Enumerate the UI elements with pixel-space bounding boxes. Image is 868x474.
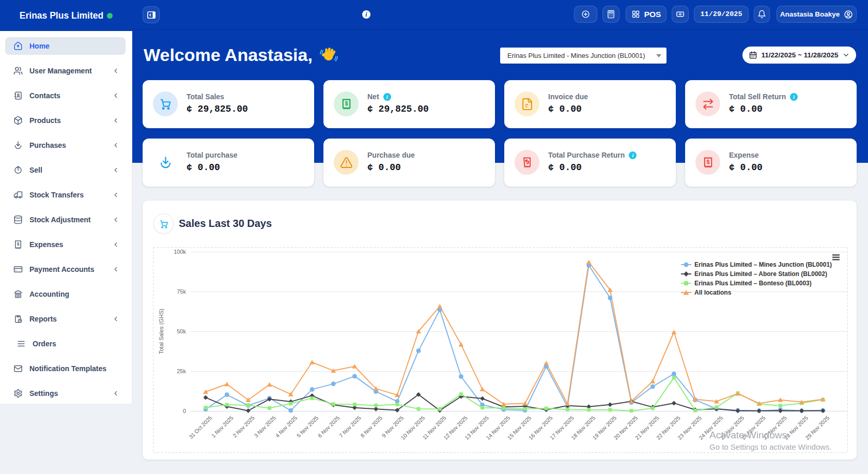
svg-text:5 Nov 2025: 5 Nov 2025 — [296, 415, 320, 439]
svg-text:4 Nov 2025: 4 Nov 2025 — [274, 415, 298, 439]
svg-text:100k: 100k — [174, 249, 186, 255]
svg-text:3 Nov 2025: 3 Nov 2025 — [253, 415, 277, 439]
svg-text:Erinas Plus Limited – Bonteso: Erinas Plus Limited – Bonteso (BL0003) — [694, 280, 812, 287]
svg-text:All locations: All locations — [694, 289, 732, 296]
svg-text:50k: 50k — [177, 328, 186, 334]
svg-text:25k: 25k — [177, 368, 186, 374]
svg-text:Erinas Plus Limited – Mines Ju: Erinas Plus Limited – Mines Junction (BL… — [694, 261, 832, 268]
svg-text:31 Oct 2025: 31 Oct 2025 — [188, 415, 213, 440]
svg-text:7 Nov 2025: 7 Nov 2025 — [338, 415, 362, 439]
svg-text:$: $ — [17, 242, 20, 247]
svg-text:$: $ — [706, 159, 709, 165]
svg-text:Erinas Plus Limited – Abore St: Erinas Plus Limited – Abore Station (BL0… — [694, 270, 827, 278]
svg-text:Total Sales (GHS): Total Sales (GHS) — [158, 309, 164, 354]
svg-text:8 Nov 2025: 8 Nov 2025 — [359, 415, 383, 439]
svg-text:2 Nov 2025: 2 Nov 2025 — [231, 415, 256, 439]
svg-text:6 Nov 2025: 6 Nov 2025 — [317, 415, 341, 439]
svg-text:75k: 75k — [177, 288, 186, 295]
svg-text:1 Nov 2025: 1 Nov 2025 — [210, 415, 235, 439]
svg-text:$: $ — [345, 100, 348, 106]
svg-text:0: 0 — [183, 408, 186, 414]
